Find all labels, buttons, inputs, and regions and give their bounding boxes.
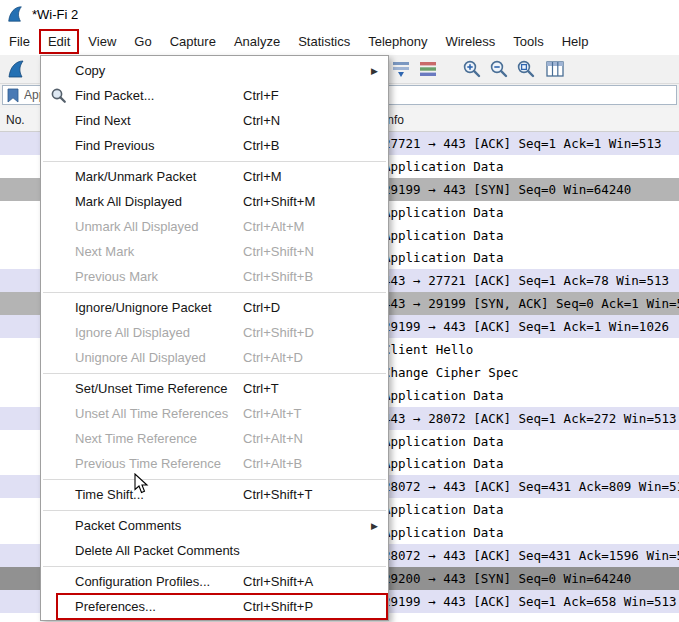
mouse-cursor (134, 473, 150, 495)
packet-info: Application Data (383, 434, 503, 449)
menu-item-label: Packet Comments (75, 518, 181, 533)
menu-item-previous-mark[interactable]: Previous MarkCtrl+Shift+B (41, 264, 388, 289)
menu-item-time-shift[interactable]: Time Shift...Ctrl+Shift+T (41, 482, 388, 507)
menu-item-label: Find Previous (75, 138, 154, 153)
menu-separator (43, 479, 386, 480)
menu-edit[interactable]: Edit (39, 29, 79, 54)
menu-separator (43, 161, 386, 162)
menu-item-next-mark[interactable]: Next MarkCtrl+Shift+N (41, 239, 388, 264)
menu-item-label: Find Next (75, 113, 131, 128)
menu-item-ignore-unignore-packet[interactable]: Ignore/Unignore PacketCtrl+D (41, 295, 388, 320)
packet-info: 443 → 29199 [SYN, ACK] Seq=0 Ack=1 Win=5… (383, 296, 679, 311)
menu-item-shortcut: Ctrl+N (243, 113, 280, 128)
packet-info: 443 → 27721 [ACK] Seq=1 Ack=78 Win=513 (383, 273, 669, 288)
autoscroll-icon[interactable] (391, 59, 411, 79)
menu-item-find-packet[interactable]: Find Packet...Ctrl+F (41, 83, 388, 108)
menu-item-unmark-all-displayed[interactable]: Unmark All DisplayedCtrl+Alt+M (41, 214, 388, 239)
packet-info: 28072 → 443 [ACK] Seq=431 Ack=809 Win=51… (383, 479, 679, 494)
wireshark-fin-icon (6, 5, 24, 23)
packet-info: 29199 → 443 [SYN] Seq=0 Win=64240 (383, 182, 631, 197)
packet-info: 443 → 28072 [ACK] Seq=1 Ack=272 Win=513 (383, 411, 677, 426)
menu-file[interactable]: File (0, 29, 39, 54)
menu-help[interactable]: Help (553, 29, 598, 54)
menu-item-unignore-all-displayed[interactable]: Unignore All DisplayedCtrl+Alt+D (41, 345, 388, 370)
menu-item-shortcut: Ctrl+Alt+N (243, 431, 303, 446)
window-title: *Wi-Fi 2 (32, 7, 78, 22)
menu-item-label: Ignore All Displayed (75, 325, 190, 340)
packet-info: 27721 → 443 [ACK] Seq=1 Ack=1 Win=513 (383, 136, 661, 151)
menu-item-label: Delete All Packet Comments (75, 543, 240, 558)
menu-item-shortcut: Ctrl+Shift+M (243, 194, 315, 209)
menu-analyze[interactable]: Analyze (225, 29, 289, 54)
menu-item-label: Preferences... (75, 599, 156, 614)
packet-info: Application Data (383, 525, 503, 540)
resize-columns-icon[interactable] (545, 59, 565, 79)
colorize-icon[interactable] (418, 59, 438, 79)
menu-statistics[interactable]: Statistics (289, 29, 359, 54)
menu-item-shortcut: Ctrl+T (243, 381, 279, 396)
menu-go[interactable]: Go (125, 29, 160, 54)
packet-info: Application Data (383, 228, 503, 243)
menu-telephony[interactable]: Telephony (359, 29, 436, 54)
packet-info: Application Data (383, 502, 503, 517)
packet-info: Application Data (383, 159, 503, 174)
menu-wireless[interactable]: Wireless (436, 29, 504, 54)
menu-item-label: Set/Unset Time Reference (75, 381, 227, 396)
menu-item-copy[interactable]: Copy▶ (41, 58, 388, 83)
menu-capture[interactable]: Capture (161, 29, 225, 54)
filter-bookmark-icon[interactable] (7, 88, 19, 103)
menu-item-label: Unset All Time References (75, 406, 228, 421)
menu-item-mark-unmark-packet[interactable]: Mark/Unmark PacketCtrl+M (41, 164, 388, 189)
menu-item-previous-time-reference[interactable]: Previous Time ReferenceCtrl+Alt+B (41, 451, 388, 476)
menu-item-shortcut: Ctrl+B (243, 138, 279, 153)
packet-info: Client Hello (383, 342, 473, 357)
zoom-out-icon[interactable] (489, 59, 509, 79)
title-bar: *Wi-Fi 2 (0, 0, 679, 28)
menu-item-next-time-reference[interactable]: Next Time ReferenceCtrl+Alt+N (41, 426, 388, 451)
menu-item-shortcut: Ctrl+Alt+B (243, 456, 302, 471)
menu-item-packet-comments[interactable]: Packet Comments▶ (41, 513, 388, 538)
menu-item-shortcut: Ctrl+Shift+P (243, 599, 313, 614)
menu-item-set-unset-time-reference[interactable]: Set/Unset Time ReferenceCtrl+T (41, 376, 388, 401)
start-capture-fin-icon[interactable] (6, 59, 26, 79)
menu-item-label: Next Mark (75, 244, 134, 259)
menu-separator (43, 566, 386, 567)
menu-view[interactable]: View (79, 29, 125, 54)
menu-separator (43, 292, 386, 293)
packet-info: 29199 → 443 [ACK] Seq=1 Ack=1 Win=1026 (383, 319, 669, 334)
menu-item-label: Mark All Displayed (75, 194, 182, 209)
packet-info: 29199 → 443 [ACK] Seq=1 Ack=658 Win=513 (383, 594, 677, 609)
menu-item-shortcut: Ctrl+Alt+T (243, 406, 302, 421)
menu-item-label: Mark/Unmark Packet (75, 169, 196, 184)
menu-item-unset-all-time-references[interactable]: Unset All Time ReferencesCtrl+Alt+T (41, 401, 388, 426)
menu-tools[interactable]: Tools (504, 29, 552, 54)
menu-item-delete-all-packet-comments[interactable]: Delete All Packet Comments (41, 538, 388, 563)
menu-item-shortcut: Ctrl+Shift+B (243, 269, 313, 284)
menu-item-label: Find Packet... (75, 88, 154, 103)
menu-item-label: Next Time Reference (75, 431, 197, 446)
packet-info: Application Data (383, 250, 503, 265)
zoom-in-icon[interactable] (462, 59, 482, 79)
menu-item-find-previous[interactable]: Find PreviousCtrl+B (41, 133, 388, 158)
menu-item-shortcut: Ctrl+Shift+A (243, 574, 313, 589)
menu-item-shortcut: Ctrl+Alt+D (243, 350, 303, 365)
menu-item-configuration-profiles[interactable]: Configuration Profiles...Ctrl+Shift+A (41, 569, 388, 594)
menu-item-shortcut: Ctrl+M (243, 169, 282, 184)
packet-info: Application Data (383, 456, 503, 471)
menu-item-ignore-all-displayed[interactable]: Ignore All DisplayedCtrl+Shift+D (41, 320, 388, 345)
menu-item-label: Unignore All Displayed (75, 350, 206, 365)
menu-item-label: Ignore/Unignore Packet (75, 300, 212, 315)
column-header-no[interactable]: No. (6, 113, 25, 127)
menu-item-find-next[interactable]: Find NextCtrl+N (41, 108, 388, 133)
menu-item-label: Configuration Profiles... (75, 574, 210, 589)
zoom-original-icon[interactable] (516, 59, 536, 79)
menu-item-shortcut: Ctrl+Shift+T (243, 487, 312, 502)
menu-bar: FileEditViewGoCaptureAnalyzeStatisticsTe… (0, 28, 679, 55)
menu-item-mark-all-displayed[interactable]: Mark All DisplayedCtrl+Shift+M (41, 189, 388, 214)
submenu-arrow-icon: ▶ (371, 521, 378, 531)
menu-item-shortcut: Ctrl+Shift+D (243, 325, 314, 340)
menu-item-label: Copy (75, 63, 105, 78)
menu-item-label: Unmark All Displayed (75, 219, 199, 234)
edit-menu-dropdown: Copy▶Find Packet...Ctrl+FFind NextCtrl+N… (40, 55, 389, 621)
menu-item-preferences[interactable]: Preferences...Ctrl+Shift+P (41, 594, 388, 619)
